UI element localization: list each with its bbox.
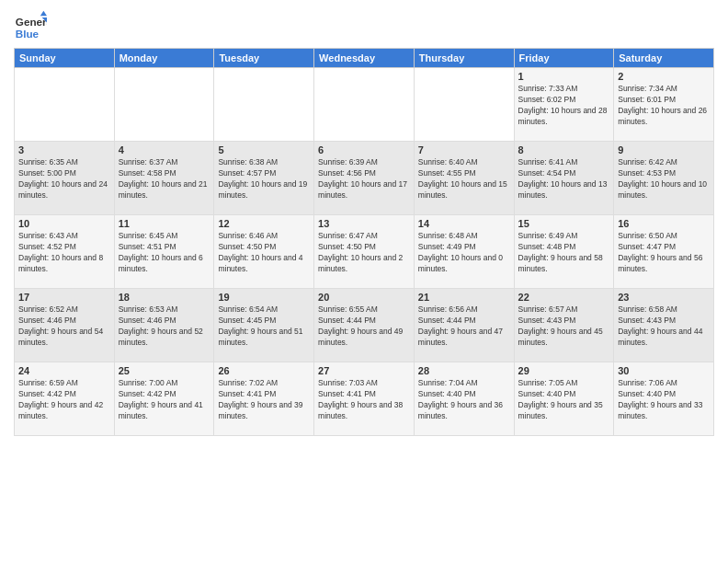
calendar-cell: 14Sunrise: 6:48 AMSunset: 4:49 PMDayligh… — [414, 215, 514, 289]
day-number: 29 — [518, 365, 610, 376]
day-number: 20 — [318, 292, 410, 303]
weekday-header-friday: Friday — [514, 49, 614, 68]
svg-text:Blue: Blue — [16, 28, 40, 40]
calendar-cell: 6Sunrise: 6:39 AMSunset: 4:56 PMDaylight… — [314, 142, 415, 215]
day-info: Sunrise: 6:43 AMSunset: 4:52 PMDaylight:… — [18, 231, 110, 275]
day-number: 9 — [618, 144, 710, 155]
day-number: 28 — [418, 365, 510, 376]
weekday-header-thursday: Thursday — [414, 49, 514, 68]
weekday-header-saturday: Saturday — [614, 49, 714, 68]
calendar-week-4: 17Sunrise: 6:52 AMSunset: 4:46 PMDayligh… — [15, 289, 714, 362]
calendar-week-5: 24Sunrise: 6:59 AMSunset: 4:42 PMDayligh… — [15, 362, 714, 436]
day-number: 17 — [18, 292, 110, 303]
day-info: Sunrise: 6:48 AMSunset: 4:49 PMDaylight:… — [418, 231, 510, 275]
calendar-cell: 25Sunrise: 7:00 AMSunset: 4:42 PMDayligh… — [114, 362, 214, 436]
weekday-header-row: SundayMondayTuesdayWednesdayThursdayFrid… — [15, 49, 714, 68]
day-info: Sunrise: 6:57 AMSunset: 4:43 PMDaylight:… — [518, 304, 610, 349]
calendar-cell — [314, 68, 415, 142]
calendar-cell: 24Sunrise: 6:59 AMSunset: 4:42 PMDayligh… — [15, 362, 115, 436]
day-number: 4 — [119, 144, 210, 155]
calendar-table: SundayMondayTuesdayWednesdayThursdayFrid… — [14, 48, 714, 436]
calendar-cell: 7Sunrise: 6:40 AMSunset: 4:55 PMDaylight… — [414, 142, 514, 215]
calendar-cell: 21Sunrise: 6:56 AMSunset: 4:44 PMDayligh… — [414, 289, 514, 362]
calendar-cell: 10Sunrise: 6:43 AMSunset: 4:52 PMDayligh… — [15, 215, 115, 289]
day-number: 27 — [318, 365, 410, 376]
calendar-cell: 15Sunrise: 6:49 AMSunset: 4:48 PMDayligh… — [514, 215, 614, 289]
day-info: Sunrise: 7:33 AMSunset: 6:02 PMDaylight:… — [518, 84, 610, 128]
day-number: 6 — [318, 144, 410, 155]
svg-marker-2 — [40, 11, 47, 16]
day-number: 10 — [18, 218, 110, 229]
svg-text:General: General — [16, 16, 47, 28]
calendar-cell: 18Sunrise: 6:53 AMSunset: 4:46 PMDayligh… — [114, 289, 214, 362]
day-number: 1 — [518, 71, 610, 82]
day-info: Sunrise: 7:02 AMSunset: 4:41 PMDaylight:… — [218, 378, 310, 422]
calendar-cell: 19Sunrise: 6:54 AMSunset: 4:45 PMDayligh… — [214, 289, 314, 362]
day-info: Sunrise: 6:45 AMSunset: 4:51 PMDaylight:… — [119, 231, 210, 275]
day-number: 23 — [618, 292, 710, 303]
day-number: 14 — [418, 218, 510, 229]
day-number: 18 — [119, 292, 210, 303]
calendar-cell — [414, 68, 514, 142]
calendar-week-2: 3Sunrise: 6:35 AMSunset: 5:00 PMDaylight… — [15, 142, 714, 215]
day-info: Sunrise: 6:37 AMSunset: 4:58 PMDaylight:… — [119, 157, 210, 201]
logo: General Blue — [14, 9, 47, 42]
day-info: Sunrise: 7:03 AMSunset: 4:41 PMDaylight:… — [318, 378, 410, 422]
weekday-header-monday: Monday — [114, 49, 214, 68]
day-info: Sunrise: 6:59 AMSunset: 4:42 PMDaylight:… — [18, 378, 110, 422]
day-info: Sunrise: 6:53 AMSunset: 4:46 PMDaylight:… — [119, 304, 210, 349]
calendar-week-1: 1Sunrise: 7:33 AMSunset: 6:02 PMDaylight… — [15, 68, 714, 142]
day-info: Sunrise: 6:52 AMSunset: 4:46 PMDaylight:… — [18, 304, 110, 349]
calendar-cell: 23Sunrise: 6:58 AMSunset: 4:43 PMDayligh… — [614, 289, 714, 362]
calendar-cell: 20Sunrise: 6:55 AMSunset: 4:44 PMDayligh… — [314, 289, 415, 362]
day-info: Sunrise: 6:49 AMSunset: 4:48 PMDaylight:… — [518, 231, 610, 275]
day-number: 16 — [618, 218, 710, 229]
day-info: Sunrise: 7:06 AMSunset: 4:40 PMDaylight:… — [618, 378, 710, 422]
day-number: 2 — [618, 71, 710, 82]
calendar-cell: 11Sunrise: 6:45 AMSunset: 4:51 PMDayligh… — [114, 215, 214, 289]
calendar-cell: 3Sunrise: 6:35 AMSunset: 5:00 PMDaylight… — [15, 142, 115, 215]
day-info: Sunrise: 6:38 AMSunset: 4:57 PMDaylight:… — [218, 157, 310, 201]
weekday-header-sunday: Sunday — [15, 49, 115, 68]
calendar-cell — [15, 68, 115, 142]
day-number: 3 — [18, 144, 110, 155]
day-number: 12 — [218, 218, 310, 229]
calendar-cell: 17Sunrise: 6:52 AMSunset: 4:46 PMDayligh… — [15, 289, 115, 362]
calendar-cell: 28Sunrise: 7:04 AMSunset: 4:40 PMDayligh… — [414, 362, 514, 436]
day-number: 26 — [218, 365, 310, 376]
day-info: Sunrise: 6:54 AMSunset: 4:45 PMDaylight:… — [218, 304, 310, 349]
calendar-cell: 13Sunrise: 6:47 AMSunset: 4:50 PMDayligh… — [314, 215, 415, 289]
calendar-cell: 2Sunrise: 7:34 AMSunset: 6:01 PMDaylight… — [614, 68, 714, 142]
day-info: Sunrise: 6:39 AMSunset: 4:56 PMDaylight:… — [318, 157, 410, 201]
calendar-cell: 9Sunrise: 6:42 AMSunset: 4:53 PMDaylight… — [614, 142, 714, 215]
page-header: General Blue — [14, 9, 714, 42]
calendar-cell: 30Sunrise: 7:06 AMSunset: 4:40 PMDayligh… — [614, 362, 714, 436]
calendar-cell: 4Sunrise: 6:37 AMSunset: 4:58 PMDaylight… — [114, 142, 214, 215]
calendar-cell: 22Sunrise: 6:57 AMSunset: 4:43 PMDayligh… — [514, 289, 614, 362]
day-info: Sunrise: 6:46 AMSunset: 4:50 PMDaylight:… — [218, 231, 310, 275]
day-info: Sunrise: 6:41 AMSunset: 4:54 PMDaylight:… — [518, 157, 610, 201]
calendar-cell: 16Sunrise: 6:50 AMSunset: 4:47 PMDayligh… — [614, 215, 714, 289]
day-info: Sunrise: 7:05 AMSunset: 4:40 PMDaylight:… — [518, 378, 610, 422]
day-number: 15 — [518, 218, 610, 229]
day-info: Sunrise: 6:42 AMSunset: 4:53 PMDaylight:… — [618, 157, 710, 201]
day-info: Sunrise: 6:35 AMSunset: 5:00 PMDaylight:… — [18, 157, 110, 201]
calendar-cell: 12Sunrise: 6:46 AMSunset: 4:50 PMDayligh… — [214, 215, 314, 289]
day-info: Sunrise: 7:34 AMSunset: 6:01 PMDaylight:… — [618, 84, 710, 128]
day-number: 19 — [218, 292, 310, 303]
calendar-cell — [114, 68, 214, 142]
calendar-cell: 5Sunrise: 6:38 AMSunset: 4:57 PMDaylight… — [214, 142, 314, 215]
day-number: 7 — [418, 144, 510, 155]
day-number: 11 — [119, 218, 210, 229]
day-info: Sunrise: 7:04 AMSunset: 4:40 PMDaylight:… — [418, 378, 510, 422]
weekday-header-wednesday: Wednesday — [314, 49, 415, 68]
day-info: Sunrise: 6:58 AMSunset: 4:43 PMDaylight:… — [618, 304, 710, 349]
day-number: 5 — [218, 144, 310, 155]
weekday-header-tuesday: Tuesday — [214, 49, 314, 68]
day-info: Sunrise: 6:56 AMSunset: 4:44 PMDaylight:… — [418, 304, 510, 349]
day-info: Sunrise: 7:00 AMSunset: 4:42 PMDaylight:… — [119, 378, 210, 422]
day-number: 22 — [518, 292, 610, 303]
calendar-cell: 29Sunrise: 7:05 AMSunset: 4:40 PMDayligh… — [514, 362, 614, 436]
day-number: 25 — [119, 365, 210, 376]
calendar-cell — [214, 68, 314, 142]
